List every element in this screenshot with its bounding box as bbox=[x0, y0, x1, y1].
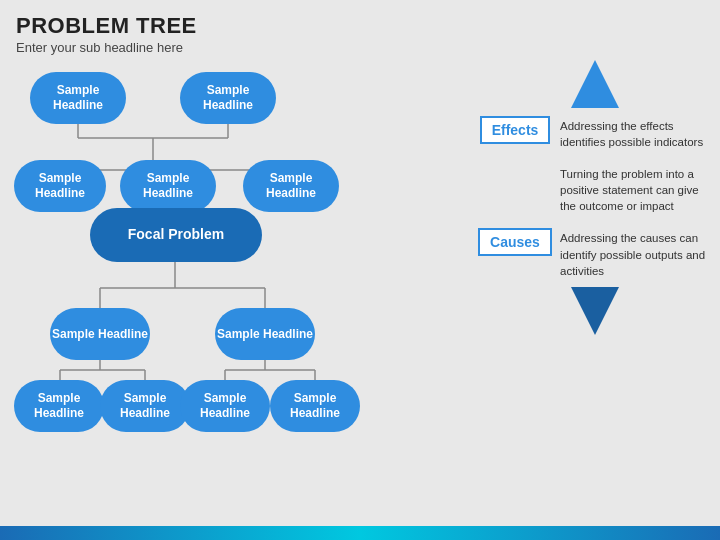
middle-text: Turning the problem into a positive stat… bbox=[550, 158, 710, 222]
right-panel: Effects Addressing the effects identifie… bbox=[480, 60, 710, 335]
node-cause-right: Sample Headline bbox=[215, 308, 315, 360]
node-top-left: Sample Headline bbox=[30, 72, 126, 124]
node-bottom-rr: Sample Headline bbox=[270, 380, 360, 432]
node-mid-right: Sample Headline bbox=[243, 160, 339, 212]
node-focal: Focal Problem bbox=[90, 208, 262, 262]
arrow-up-icon bbox=[571, 60, 619, 108]
effects-label: Effects bbox=[480, 116, 551, 144]
node-bottom-lr: Sample Headline bbox=[100, 380, 190, 432]
node-mid-center: Sample Headline bbox=[120, 160, 216, 212]
diagram-area: Sample Headline Sample Headline Sample H… bbox=[10, 60, 430, 530]
connector-lines bbox=[10, 60, 430, 530]
node-mid-left: Sample Headline bbox=[14, 160, 106, 212]
node-bottom-ll: Sample Headline bbox=[14, 380, 104, 432]
page-subtitle: Enter your sub headline here bbox=[16, 40, 704, 55]
causes-label: Causes bbox=[478, 228, 552, 256]
causes-row: Causes Addressing the causes can identif… bbox=[480, 226, 710, 278]
node-top-right: Sample Headline bbox=[180, 72, 276, 124]
node-bottom-rl: Sample Headline bbox=[180, 380, 270, 432]
bottom-bar bbox=[0, 526, 720, 540]
page-title: PROBLEM TREE bbox=[16, 14, 704, 38]
main-container: PROBLEM TREE Enter your sub headline her… bbox=[0, 0, 720, 540]
node-cause-left: Sample Headline bbox=[50, 308, 150, 360]
arrow-down-icon bbox=[571, 287, 619, 335]
effects-text: Addressing the effects identifies possib… bbox=[550, 114, 710, 150]
effects-row: Effects Addressing the effects identifie… bbox=[480, 114, 710, 150]
causes-text: Addressing the causes can identify possi… bbox=[550, 226, 710, 278]
